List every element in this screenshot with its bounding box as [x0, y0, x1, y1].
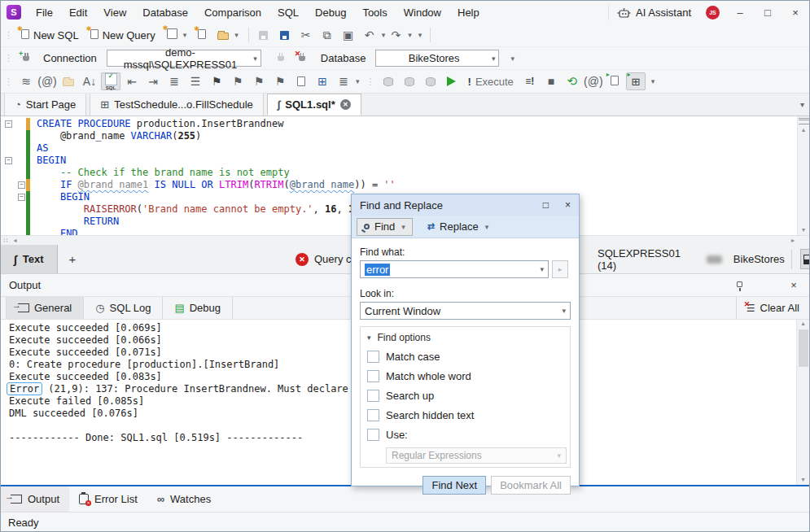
script-db-edit-icon[interactable]	[421, 72, 440, 90]
minimize-button[interactable]: –	[726, 1, 754, 24]
scrollbar-thumb[interactable]	[799, 329, 808, 367]
toolbar-grip[interactable]: ⋮	[4, 30, 12, 41]
bottom-tab-watches[interactable]: ∞ Watches	[147, 486, 221, 512]
toolbar-grip[interactable]: ⋮	[4, 53, 12, 63]
menu-help[interactable]: Help	[449, 1, 488, 24]
menu-edit[interactable]: Edit	[61, 1, 95, 24]
snippet-button[interactable]	[291, 72, 311, 90]
output-tab-debug[interactable]: ▤ Debug	[163, 297, 233, 319]
option-match-case[interactable]: Match case	[367, 351, 563, 363]
menu-window[interactable]: Window	[396, 1, 449, 24]
scroll-up-icon[interactable]: ▴	[802, 126, 805, 133]
new-document-button[interactable]: ✱ ▾	[161, 25, 193, 45]
option-search-hidden-text[interactable]: Search hidden text	[367, 409, 563, 421]
look-in-select[interactable]: Current Window ▾	[360, 302, 571, 320]
special-chars-button[interactable]: ▸	[552, 260, 568, 278]
save-all-button[interactable]	[275, 26, 295, 44]
menu-debug[interactable]: Debug	[307, 1, 354, 24]
bottom-tab-error-list[interactable]: ✕ Error List	[69, 486, 147, 512]
script-db-icon[interactable]	[379, 72, 398, 90]
cut-button[interactable]: ✂	[296, 26, 316, 44]
checkbox[interactable]	[367, 409, 379, 421]
scroll-down-icon[interactable]: ▾	[802, 226, 805, 233]
option-search-up[interactable]: Search up	[367, 390, 563, 402]
fold-margin[interactable]	[1, 116, 26, 235]
open-file-button[interactable]: ▾	[212, 25, 244, 45]
query-builder-button[interactable]: ⊞	[313, 72, 332, 90]
menu-sql[interactable]: SQL	[269, 1, 307, 24]
new-query-button[interactable]: ✱ New Query	[85, 25, 161, 45]
replace-mode-dropdown[interactable]: ▾	[485, 223, 489, 231]
split-layout-button[interactable]	[800, 249, 810, 269]
ai-assistant-button[interactable]: AI Assistant	[608, 4, 699, 20]
add-results-tab-button[interactable]: +	[58, 245, 88, 273]
save-button[interactable]	[254, 26, 274, 44]
chevron-down-icon[interactable]: ▾	[562, 307, 566, 315]
maximize-button[interactable]: □	[754, 1, 782, 24]
query-options-button[interactable]: ≣	[334, 72, 353, 90]
undo-dropdown[interactable]: ▾	[382, 31, 386, 39]
menu-database[interactable]: Database	[134, 1, 196, 24]
connection-overflow-dropdown[interactable]: ▾	[510, 55, 514, 63]
close-tab-icon[interactable]: ✕	[340, 99, 351, 110]
output-tab-general[interactable]: General	[6, 297, 84, 319]
toolbar-grip[interactable]: ⋮	[4, 76, 12, 87]
dialog-maximize-button[interactable]: □	[543, 199, 549, 211]
script-db-changes-icon[interactable]	[400, 72, 419, 90]
database-select[interactable]: BikeStores ▾	[375, 50, 499, 67]
output-close-button[interactable]: ×	[785, 276, 803, 294]
at-options-icon[interactable]: (@)	[584, 72, 603, 90]
execute-script-button[interactable]: ≡!	[520, 72, 540, 90]
option-match-whole-word[interactable]: Match whole word	[367, 370, 563, 382]
sort-az-icon[interactable]: A↓	[80, 72, 99, 90]
find-options-header[interactable]: ▾ Find options	[367, 332, 563, 343]
clear-all-button[interactable]: ☰✕ Clear All	[736, 297, 809, 319]
validate-icon[interactable]: ≋	[16, 72, 36, 90]
new-connection-button[interactable]: +	[16, 50, 36, 68]
pin-icon[interactable]	[737, 281, 742, 287]
results-text-tab[interactable]: ∫ Text	[1, 245, 58, 273]
dialog-close-button[interactable]: ×	[565, 199, 571, 211]
splitter-grip[interactable]: ⁞⁞	[3, 237, 8, 244]
menu-comparison[interactable]: Comparison	[196, 1, 269, 24]
checkbox[interactable]	[367, 390, 379, 402]
copy-button[interactable]: ⧉	[317, 26, 337, 44]
menu-tools[interactable]: Tools	[354, 1, 395, 24]
decrease-indent-button[interactable]: ⇤	[122, 72, 142, 90]
scroll-up-icon[interactable]: ▴	[801, 320, 804, 327]
new-file-button[interactable]: ✱	[192, 25, 212, 45]
increase-indent-button[interactable]: ⇥	[143, 72, 163, 90]
user-avatar[interactable]: JS	[706, 6, 720, 20]
output-vertical-scrollbar[interactable]: ▴ ▾	[796, 320, 809, 485]
redo-dropdown[interactable]: ▾	[408, 31, 412, 39]
menu-view[interactable]: View	[95, 1, 134, 24]
format-code-button[interactable]: ≣	[164, 72, 184, 90]
sql-toolbar-overflow[interactable]: ▾	[356, 77, 360, 85]
collapse-icon[interactable]: ▾	[367, 334, 371, 342]
find-mode-button[interactable]: Find ▾	[357, 218, 413, 236]
tab-sql1[interactable]: ∫ SQL1.sql* ✕	[267, 94, 361, 116]
clear-bookmarks-button[interactable]: ⚑	[270, 72, 290, 90]
folder-browse-icon[interactable]	[59, 72, 78, 90]
find-what-input[interactable]: error ▾	[360, 260, 549, 278]
open-file-dropdown[interactable]: ▾	[234, 31, 239, 39]
toolbar-grip[interactable]: ⋮	[366, 76, 374, 87]
close-button[interactable]: ×	[782, 1, 809, 24]
menu-file[interactable]: File	[28, 1, 61, 24]
scroll-left-icon[interactable]: ◂	[13, 237, 16, 244]
new-sql-button[interactable]: ✱ New SQL	[15, 25, 85, 45]
connection-select[interactable]: demo-mssql\SQLEXPRESS01 ▾	[107, 50, 261, 67]
checkbox[interactable]	[367, 351, 379, 363]
paste-button[interactable]: ▣	[339, 26, 358, 44]
tab-testschedule[interactable]: ⊞ TestSchedule...o.FillSchedule	[90, 94, 263, 116]
comment-lines-button[interactable]: ☰	[186, 72, 205, 90]
execute-button[interactable]	[442, 72, 462, 90]
exec-toolbar-overflow[interactable]: ▾	[651, 77, 655, 85]
disconnect-button[interactable]: ✕	[292, 50, 312, 68]
bookmark-all-button[interactable]: Bookmark All	[491, 476, 571, 495]
chevron-down-icon[interactable]: ▾	[540, 265, 544, 273]
toggle-bookmark-button[interactable]: ⚑	[207, 72, 226, 90]
undo-button[interactable]: ↶	[360, 26, 379, 44]
stop-button[interactable]: ■	[541, 72, 561, 90]
scroll-right-icon[interactable]: ▸	[791, 237, 795, 244]
